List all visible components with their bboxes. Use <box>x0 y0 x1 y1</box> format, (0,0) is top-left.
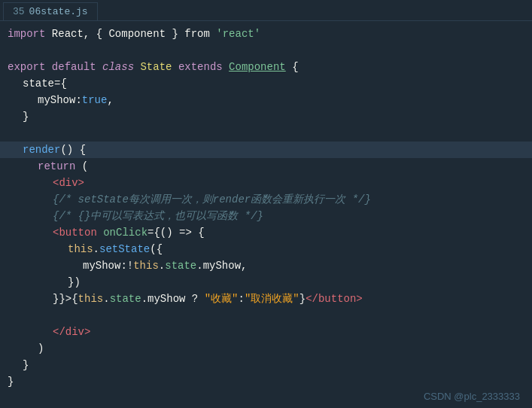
code-line: <button onClick={() => { <box>0 224 532 241</box>
tab-filename: 06state.js <box>29 6 88 17</box>
code-line: import React, { Component } from 'react' <box>0 26 532 42</box>
code-line <box>0 125 532 142</box>
code-line: state={ <box>0 75 532 92</box>
line-content: }) <box>8 274 532 291</box>
tab-bar: 35 06state.js <box>0 0 532 21</box>
line-content: {/* setState每次调用一次，则render函数会重新执行一次 */} <box>8 191 532 208</box>
code-line: return ( <box>0 158 532 175</box>
line-content: ) <box>8 340 532 357</box>
line-content: state={ <box>8 75 532 92</box>
code-line: render() { <box>0 142 532 158</box>
code-line: </div> <box>0 324 532 340</box>
code-line: } <box>0 357 532 373</box>
line-content: myShow:!this.state.myShow, <box>8 257 532 274</box>
tab-number: 35 <box>13 6 25 17</box>
line-content: </div> <box>8 324 532 340</box>
line-content: myShow:true, <box>8 92 532 108</box>
code-line: {/* {}中可以写表达式，也可以写函数 */} <box>0 208 532 224</box>
code-line: } <box>0 373 532 390</box>
line-content: }}>{this.state.myShow ? "收藏":"取消收藏"}</bu… <box>8 291 532 307</box>
code-line: myShow:!this.state.myShow, <box>0 257 532 274</box>
code-line <box>0 307 532 324</box>
line-content: } <box>8 108 532 125</box>
code-line: export default class State extends Compo… <box>0 59 532 75</box>
line-content: } <box>8 357 532 373</box>
line-content: render() { <box>8 142 532 158</box>
line-content: <div> <box>8 175 532 191</box>
code-line: this.setState({ <box>0 241 532 257</box>
line-content: import React, { Component } from 'react' <box>8 26 532 42</box>
line-content <box>8 125 532 142</box>
line-content: this.setState({ <box>8 241 532 257</box>
code-line: } <box>0 108 532 125</box>
code-editor: 35 06state.js import React, { Component … <box>0 0 532 408</box>
line-content <box>8 307 532 324</box>
code-line: }) <box>0 274 532 291</box>
code-area: import React, { Component } from 'react'… <box>0 21 532 394</box>
code-line <box>0 42 532 59</box>
file-tab[interactable]: 35 06state.js <box>3 2 98 20</box>
watermark: CSDN @plc_2333333 <box>424 391 520 402</box>
code-line: <div> <box>0 175 532 191</box>
line-content: } <box>8 373 532 390</box>
code-line: ) <box>0 340 532 357</box>
line-content <box>8 42 532 59</box>
code-line: }}>{this.state.myShow ? "收藏":"取消收藏"}</bu… <box>0 291 532 307</box>
code-line: myShow:true, <box>0 92 532 108</box>
line-content: <button onClick={() => { <box>8 224 532 241</box>
line-content: {/* {}中可以写表达式，也可以写函数 */} <box>8 208 532 224</box>
code-line: {/* setState每次调用一次，则render函数会重新执行一次 */} <box>0 191 532 208</box>
line-content: return ( <box>8 158 532 175</box>
line-content: export default class State extends Compo… <box>8 59 532 75</box>
